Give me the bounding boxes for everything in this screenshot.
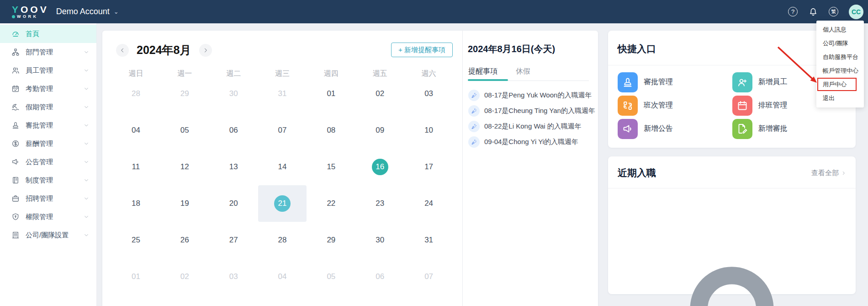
shield-icon xyxy=(11,213,20,221)
sidebar-item[interactable]: 考勤管理 xyxy=(0,80,96,98)
notifications-bell-icon[interactable] xyxy=(808,7,818,17)
prev-month-button[interactable] xyxy=(116,44,129,57)
sidebar-item[interactable]: 薪酬管理 xyxy=(0,134,96,153)
user-menu-item[interactable]: 退出 xyxy=(816,91,864,105)
briefcase-icon xyxy=(11,194,20,203)
sidebar-item[interactable]: 首頁 xyxy=(0,25,96,43)
calendar-day[interactable]: 25 xyxy=(111,222,160,258)
calendar-day[interactable]: 07 xyxy=(404,258,453,295)
logo-text: YOOV xyxy=(12,5,49,14)
view-all-link[interactable]: 查看全部 xyxy=(811,169,846,177)
calendar-day[interactable]: 01 xyxy=(111,258,160,295)
chevron-right-icon xyxy=(202,47,209,54)
calendar-day[interactable]: 10 xyxy=(404,112,453,149)
calendar-day[interactable]: 02 xyxy=(355,75,404,112)
quick-entry-item[interactable]: 新增審批 xyxy=(732,117,847,140)
calendar-day[interactable]: 09 xyxy=(355,112,404,149)
calendar-day[interactable]: 06 xyxy=(355,258,404,295)
language-icon[interactable]: 繁 xyxy=(829,7,838,16)
org-icon xyxy=(11,48,20,56)
reminder-item[interactable]: 08-22是Li Kong Wai 的入職週年 xyxy=(468,118,598,134)
divider xyxy=(608,188,856,188)
sidebar-item[interactable]: 權限管理 xyxy=(0,208,96,226)
calendar-day[interactable]: 04 xyxy=(111,112,160,149)
reminders-list: 08-17是Peng Yuk Woon的入職週年08-17是Cheung Tin… xyxy=(468,87,598,150)
reminders-tab[interactable]: 休假 xyxy=(516,67,530,76)
calendar-day[interactable]: 01 xyxy=(307,75,355,112)
calendar-day[interactable]: 30 xyxy=(209,75,258,112)
reminder-item[interactable]: 09-04是Chong Yi Yi的入職週年 xyxy=(468,134,598,150)
chevron-down-icon xyxy=(84,123,89,128)
calendar-day[interactable]: 31 xyxy=(404,222,453,258)
reminder-item[interactable]: 08-17是Peng Yuk Woon的入職週年 xyxy=(468,87,598,103)
sidebar-item[interactable]: 員工管理 xyxy=(0,61,96,80)
calendar-day[interactable]: 17 xyxy=(404,149,453,185)
calendar-day[interactable]: 04 xyxy=(258,258,307,295)
user-menu-item[interactable]: 自助服務平台 xyxy=(816,50,864,64)
calendar-day[interactable]: 08 xyxy=(307,112,355,149)
logo-dot-icon xyxy=(12,15,15,18)
sidebar-item[interactable]: 公司/團隊設置 xyxy=(0,226,96,244)
calendar-day[interactable]: 27 xyxy=(209,222,258,258)
user-menu-item[interactable]: 個人訊息 xyxy=(816,23,864,37)
user-menu-item[interactable]: 公司/團隊 xyxy=(816,37,864,50)
sidebar-item[interactable]: 制度管理 xyxy=(0,171,96,189)
active-tab-indicator xyxy=(468,79,508,81)
tabs-divider xyxy=(468,81,589,81)
calendar-day[interactable]: 28 xyxy=(258,222,307,258)
reminders-tab[interactable]: 提醒事項 xyxy=(468,67,498,76)
calendar-day[interactable]: 22 xyxy=(307,185,355,222)
sidebar-item[interactable]: 公告管理 xyxy=(0,153,96,171)
chevron-down-icon xyxy=(84,177,89,183)
calendar-card: 2024年8月 + 新增提醒事項 週日週一週二週三週四週五週六 28293031… xyxy=(102,31,598,306)
next-month-button[interactable] xyxy=(199,44,212,57)
calendar-day[interactable]: 11 xyxy=(111,149,160,185)
calendar-day[interactable]: 12 xyxy=(160,149,209,185)
calendar-day[interactable]: 14 xyxy=(258,149,307,185)
sidebar-item-label: 招聘管理 xyxy=(26,194,53,203)
chevron-down-icon: ⌄ xyxy=(114,8,119,15)
user-menu-item[interactable]: 用戶中心 xyxy=(816,78,864,91)
calendar-day[interactable]: 31 xyxy=(258,75,307,112)
calendar-day-today[interactable]: 16 xyxy=(355,149,404,185)
yoov-logo[interactable]: YOOV WORK xyxy=(12,5,49,19)
calendar-day[interactable]: 07 xyxy=(258,112,307,149)
avatar[interactable]: CC xyxy=(849,5,863,19)
add-reminder-button[interactable]: + 新增提醒事項 xyxy=(391,43,453,57)
sidebar-item[interactable]: 假期管理 xyxy=(0,98,96,116)
calendar-day[interactable]: 05 xyxy=(160,112,209,149)
calendar-day[interactable]: 29 xyxy=(160,75,209,112)
calendar-day[interactable]: 28 xyxy=(111,75,160,112)
calendar-day[interactable]: 06 xyxy=(209,112,258,149)
calendar-day[interactable]: 23 xyxy=(355,185,404,222)
help-icon[interactable]: ? xyxy=(788,7,798,16)
calendar-day[interactable]: 30 xyxy=(355,222,404,258)
quick-entry-item[interactable]: 班次管理 xyxy=(618,94,732,117)
account-switcher[interactable]: Demo Account ⌄ xyxy=(56,7,119,16)
quick-entry-item[interactable]: 新增公告 xyxy=(618,117,732,140)
sidebar-item[interactable]: 招聘管理 xyxy=(0,189,96,208)
quick-entry-item[interactable]: 審批管理 xyxy=(618,70,732,94)
chevron-down-icon xyxy=(84,141,89,146)
dollar-icon xyxy=(11,140,20,148)
sidebar-item[interactable]: 部門管理 xyxy=(0,43,96,61)
sidebar-item-label: 薪酬管理 xyxy=(26,140,53,148)
calendar-day[interactable]: 03 xyxy=(404,75,453,112)
calendar-day[interactable]: 15 xyxy=(307,149,355,185)
calendar-day[interactable]: 29 xyxy=(307,222,355,258)
sidebar-item-label: 審批管理 xyxy=(26,121,53,130)
calendar-day[interactable]: 24 xyxy=(404,185,453,222)
calendar-day[interactable]: 18 xyxy=(111,185,160,222)
calendar-day[interactable]: 13 xyxy=(209,149,258,185)
calendar-day[interactable]: 26 xyxy=(160,222,209,258)
calendar-day[interactable]: 02 xyxy=(160,258,209,295)
calendar-day[interactable]: 05 xyxy=(307,258,355,295)
reminder-item[interactable]: 08-17是Cheung Ting Yan的入職週年 xyxy=(468,103,598,118)
user-menu-item[interactable]: 帳戶管理中心 xyxy=(816,64,864,78)
calendar-day-selected[interactable]: 21 xyxy=(258,185,307,222)
calendar-day[interactable]: 03 xyxy=(209,258,258,295)
calendar-day[interactable]: 19 xyxy=(160,185,209,222)
gauge-icon xyxy=(11,30,20,38)
calendar-day[interactable]: 20 xyxy=(209,185,258,222)
sidebar-item[interactable]: 審批管理 xyxy=(0,116,96,134)
